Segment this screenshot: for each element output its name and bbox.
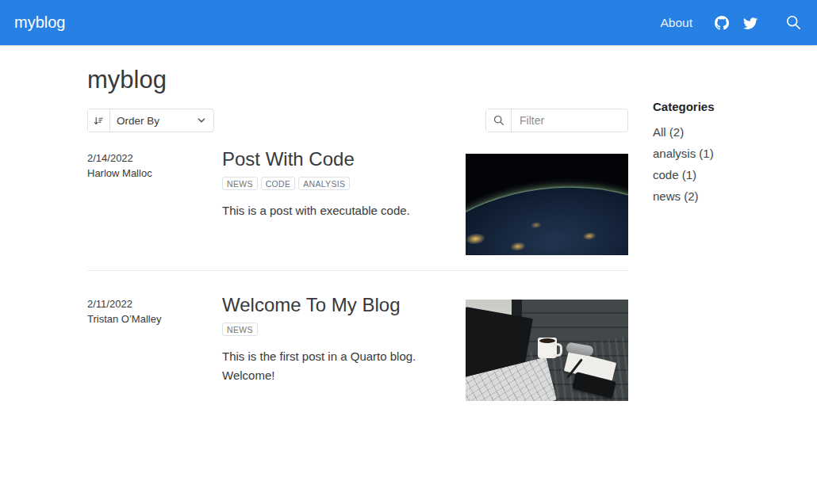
- listing-item-post-with-code: 2/14/2022 Harlow Malloc Post With Code N…: [87, 148, 628, 271]
- navbar: myblog About: [0, 0, 817, 45]
- list-item: All (2): [653, 124, 807, 140]
- filter-input[interactable]: [512, 109, 627, 132]
- order-by-select[interactable]: Order By: [87, 109, 214, 132]
- category-analysis[interactable]: analysis (1): [653, 147, 714, 160]
- page-title: myblog: [87, 65, 628, 94]
- post-body: Welcome To My Blog NEWS This is the firs…: [222, 294, 466, 401]
- github-icon[interactable]: [715, 16, 729, 30]
- earth-night-image: [466, 171, 628, 255]
- categories-sidebar: Categories All (2) analysis (1) code (1)…: [653, 100, 807, 209]
- tag-analysis: ANALYSIS: [298, 177, 350, 191]
- navbar-right: About: [660, 15, 801, 30]
- post-title-link[interactable]: Post With Code: [222, 148, 466, 170]
- tag-news: NEWS: [222, 177, 258, 191]
- post-description: This is a post with executable code.: [222, 201, 466, 220]
- sort-icon: [88, 109, 110, 132]
- filter-search-icon: [486, 109, 512, 132]
- chevron-down-icon: [197, 109, 213, 132]
- list-item: news (2): [653, 188, 807, 204]
- categories-list: All (2) analysis (1) code (1) news (2): [653, 124, 807, 204]
- main-content: myblog Order By 2/14/2022 Harlow Malloc: [87, 45, 628, 416]
- category-news[interactable]: news (2): [653, 189, 699, 203]
- filter-group: [485, 109, 628, 132]
- order-by-label[interactable]: Order By: [110, 109, 197, 132]
- post-tags: NEWS: [222, 323, 466, 337]
- tag-news: NEWS: [222, 323, 258, 337]
- nav-link-about[interactable]: About: [660, 16, 692, 30]
- post-date: 2/14/2022: [87, 151, 222, 166]
- post-description: This is the first post in a Quarto blog.…: [222, 347, 466, 385]
- category-all[interactable]: All (2): [653, 125, 684, 139]
- search-icon[interactable]: [786, 15, 801, 30]
- post-meta: 2/11/2022 Tristan O’Malley: [87, 294, 222, 401]
- listing-controls: Order By: [87, 109, 628, 132]
- list-item: code (1): [653, 166, 807, 183]
- list-item: analysis (1): [653, 145, 807, 162]
- listing-item-welcome: 2/11/2022 Tristan O’Malley Welcome To My…: [87, 271, 628, 416]
- post-author: Harlow Malloc: [87, 166, 222, 181]
- tag-code: CODE: [261, 177, 296, 191]
- post-date: 2/11/2022: [87, 296, 222, 311]
- post-author: Tristan O’Malley: [87, 311, 222, 326]
- post-tags: NEWS CODE ANALYSIS: [222, 177, 466, 191]
- post-meta: 2/14/2022 Harlow Malloc: [87, 148, 222, 255]
- post-thumbnail-desk[interactable]: [466, 300, 628, 401]
- post-body: Post With Code NEWS CODE ANALYSIS This i…: [222, 148, 466, 255]
- twitter-icon[interactable]: [743, 16, 758, 30]
- post-title-link[interactable]: Welcome To My Blog: [222, 294, 466, 316]
- categories-heading: Categories: [653, 100, 807, 113]
- category-code[interactable]: code (1): [653, 168, 696, 181]
- coffee-mug: [538, 338, 557, 358]
- post-listing: 2/14/2022 Harlow Malloc Post With Code N…: [87, 148, 628, 416]
- navbar-brand[interactable]: myblog: [14, 13, 65, 32]
- post-thumbnail-earth[interactable]: [466, 154, 628, 255]
